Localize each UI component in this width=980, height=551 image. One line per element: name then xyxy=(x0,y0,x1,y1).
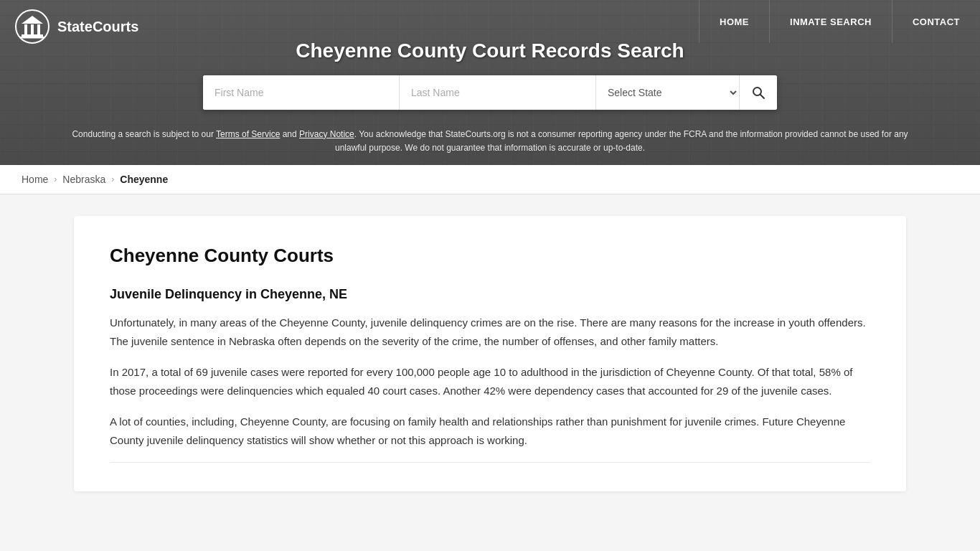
svg-rect-3 xyxy=(37,24,40,34)
content-main-title: Cheyenne County Courts xyxy=(110,245,870,267)
breadcrumb-sep-1: › xyxy=(54,174,57,184)
search-icon xyxy=(751,85,765,100)
main-nav: HOME INMATE SEARCH CONTACT xyxy=(699,0,980,43)
state-select[interactable]: Select StateAlabamaAlaskaArizonaArkansas… xyxy=(596,75,740,110)
breadcrumb-home[interactable]: Home xyxy=(22,174,48,185)
svg-marker-4 xyxy=(22,16,43,24)
breadcrumb-state[interactable]: Nebraska xyxy=(62,174,105,185)
page-title: Cheyenne County Court Records Search xyxy=(0,39,980,62)
breadcrumb-sep-2: › xyxy=(111,174,114,184)
svg-rect-1 xyxy=(24,24,27,34)
content-para1: Unfortunately, in many areas of the Chey… xyxy=(110,314,870,350)
search-bar: Select StateAlabamaAlaskaArizonaArkansas… xyxy=(203,75,777,110)
search-button[interactable] xyxy=(740,75,777,110)
nav-contact[interactable]: CONTACT xyxy=(892,0,980,43)
terms-link[interactable]: Terms of Service xyxy=(216,129,280,139)
page-header: StateCourts HOME INMATE SEARCH CONTACT C… xyxy=(0,0,980,165)
breadcrumb-county: Cheyenne xyxy=(120,174,168,185)
svg-rect-6 xyxy=(20,37,44,39)
privacy-link[interactable]: Privacy Notice xyxy=(299,129,354,139)
disclaimer: Conducting a search is subject to our Te… xyxy=(0,128,980,155)
section1-title: Juvenile Delinquency in Cheyenne, NE xyxy=(110,287,870,302)
last-name-input[interactable] xyxy=(400,75,596,110)
logo-text: StateCourts xyxy=(57,19,138,35)
svg-rect-5 xyxy=(22,34,43,37)
breadcrumb: Home › Nebraska › Cheyenne xyxy=(0,165,980,194)
nav-inmate-search[interactable]: INMATE SEARCH xyxy=(769,0,892,43)
nav-home[interactable]: HOME xyxy=(699,0,769,43)
svg-line-8 xyxy=(760,95,764,98)
first-name-input[interactable] xyxy=(203,75,400,110)
content-divider xyxy=(110,462,870,463)
svg-rect-2 xyxy=(31,24,34,34)
main-content: Cheyenne County Courts Juvenile Delinque… xyxy=(74,216,906,491)
content-para3: A lot of counties, including, Cheyenne C… xyxy=(110,413,870,449)
content-para2: In 2017, a total of 69 juvenile cases we… xyxy=(110,363,870,400)
